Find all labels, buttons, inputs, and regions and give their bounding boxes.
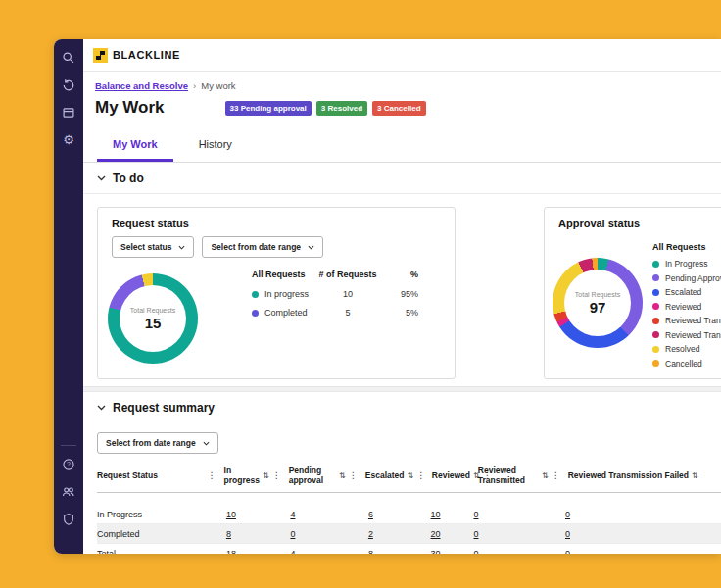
column-label: Escalated xyxy=(365,470,405,480)
cell-link[interactable]: 0 xyxy=(565,510,570,519)
legend-item-in-progress: In Progress xyxy=(652,259,721,269)
column-header-reviewed[interactable]: Reviewed ⇅ ⋮ xyxy=(432,466,478,485)
reviewed-transmitted-dot xyxy=(652,318,659,324)
main-content: BLACKLINE Balance and Resolve › My work … xyxy=(83,39,721,554)
sort-icon[interactable]: ⇅ xyxy=(339,471,346,480)
todo-cards-area: Request status Select status Select from… xyxy=(83,194,721,386)
row-label: In Progress xyxy=(97,510,226,519)
donut-center-value: 15 xyxy=(145,315,162,331)
todo-section-header[interactable]: To do xyxy=(83,163,721,194)
in-progress-dot xyxy=(252,291,259,298)
help-icon[interactable]: ? xyxy=(62,458,75,471)
column-menu-icon[interactable]: ⋮ xyxy=(272,470,281,480)
column-label: Pending approval xyxy=(289,466,336,485)
legend-item-reviewed-transmitted: Reviewed Transmitted xyxy=(652,316,721,325)
chevron-down-icon xyxy=(97,405,106,411)
tab-history[interactable]: History xyxy=(183,130,248,162)
escalated-dot xyxy=(652,289,659,296)
column-menu-icon[interactable]: ⋮ xyxy=(416,470,425,480)
sort-icon[interactable]: ⇅ xyxy=(408,471,414,480)
summary-date-range-dropdown[interactable]: Select from date range xyxy=(97,432,218,454)
legend-item-reviewed: Reviewed xyxy=(652,302,721,312)
cell-link[interactable]: 0 xyxy=(565,549,570,555)
column-label: Reviewed xyxy=(432,470,470,480)
status-badges: 33 Pending approval 3 Resolved 3 Cancell… xyxy=(225,101,426,116)
sort-icon[interactable]: ⇅ xyxy=(263,471,269,480)
search-icon[interactable] xyxy=(62,51,75,65)
tab-my-work[interactable]: My Work xyxy=(97,130,173,162)
cell-link[interactable]: 10 xyxy=(226,510,236,519)
legend-label: Reviewed Transmission Failed xyxy=(665,330,721,340)
request-status-legend: All Requests # of Requests % In progress… xyxy=(252,270,418,326)
legend-pct-value: 5% xyxy=(383,308,418,318)
approval-status-card: Approval status Total Requests 97 All Re… xyxy=(544,207,721,379)
svg-text:?: ? xyxy=(67,461,71,467)
cell-link[interactable]: 20 xyxy=(431,529,441,539)
shield-icon[interactable] xyxy=(62,513,75,526)
reviewed-transmission-failed-dot xyxy=(652,331,659,338)
legend-item-reviewed-transmission-failed: Reviewed Transmission Failed xyxy=(652,330,721,340)
community-icon[interactable] xyxy=(62,485,75,499)
column-menu-icon[interactable]: ⋮ xyxy=(552,470,560,480)
cancelled-dot xyxy=(652,360,659,367)
workspace-icon[interactable] xyxy=(62,106,75,120)
column-header-reviewed-transmitted[interactable]: Reviewed Transmitted ⇅ ⋮ xyxy=(478,466,568,485)
cell-link[interactable]: 10 xyxy=(431,510,441,519)
history-icon[interactable] xyxy=(62,78,75,92)
sort-icon[interactable]: ⇅ xyxy=(692,471,698,480)
legend-label: Resolved xyxy=(665,344,699,354)
breadcrumb-parent-link[interactable]: Balance and Resolve xyxy=(95,80,188,91)
approval-status-card-body: Total Requests 97 All Requests In Progre… xyxy=(545,229,721,372)
request-status-card-title: Request status xyxy=(98,208,455,229)
select-date-range-dropdown[interactable]: Select from date range xyxy=(202,236,323,258)
summary-row-completed: Completed 8 0 2 20 0 0 xyxy=(97,524,721,544)
cell-link[interactable]: 4 xyxy=(290,549,295,555)
cancelled-badge: 3 Cancelled xyxy=(372,101,425,116)
chevron-down-icon xyxy=(308,245,314,250)
cell-link[interactable]: 0 xyxy=(473,529,478,539)
blackline-logo[interactable]: BLACKLINE xyxy=(93,48,180,63)
todo-section-title: To do xyxy=(113,172,144,185)
legend-item-escalated: Escalated xyxy=(652,287,721,297)
legend-col-requests: # of Requests xyxy=(312,270,383,279)
chevron-down-icon xyxy=(178,245,185,250)
cell-link[interactable]: 2 xyxy=(368,529,373,539)
column-header-escalated[interactable]: Escalated ⇅ ⋮ xyxy=(365,466,432,485)
column-header-pending-approval[interactable]: Pending approval ⇅ ⋮ xyxy=(289,466,365,485)
select-date-range-label: Select from date range xyxy=(211,242,301,252)
blackline-logo-icon xyxy=(93,48,108,63)
cell-link[interactable]: 6 xyxy=(368,510,373,519)
left-nav-rail: ⚙ ? xyxy=(54,39,83,554)
summary-row-total: Total 18 4 8 30 0 0 xyxy=(97,544,721,554)
column-menu-icon[interactable]: ⋮ xyxy=(349,470,358,480)
approval-status-card-title: Approval status xyxy=(545,208,721,229)
legend-item-cancelled: Cancelled xyxy=(652,359,721,368)
donut-center: Total Requests 97 xyxy=(564,270,631,336)
cell-link[interactable]: 0 xyxy=(565,529,570,539)
select-status-dropdown[interactable]: Select status xyxy=(112,236,194,258)
column-header-request-status[interactable]: Request Status ⋮ xyxy=(97,466,224,485)
cell-link[interactable]: 8 xyxy=(226,529,231,539)
cell-link[interactable]: 4 xyxy=(290,510,295,519)
sort-icon[interactable]: ⇅ xyxy=(542,471,549,480)
cell-link[interactable]: 0 xyxy=(473,510,478,519)
legend-label: Reviewed Transmitted xyxy=(665,316,721,325)
column-label: Request Status xyxy=(97,470,158,480)
legend-row-in-progress: In progress 10 95% xyxy=(252,289,418,299)
column-header-reviewed-transmission-failed[interactable]: Reviewed Transmission Failed ⇅ xyxy=(568,466,721,485)
legend-requests-value: 10 xyxy=(312,289,383,299)
column-menu-icon[interactable]: ⋮ xyxy=(208,470,216,480)
column-header-in-progress[interactable]: In progress ⇅ ⋮ xyxy=(224,466,289,485)
breadcrumb: Balance and Resolve › My work xyxy=(83,72,721,91)
app-window: ⚙ ? BLACKLINE xyxy=(54,39,721,554)
legend-col-pct: % xyxy=(383,270,418,279)
donut-center: Total Requests 15 xyxy=(120,285,186,352)
cell-link[interactable]: 30 xyxy=(431,549,441,555)
legend-label: Pending Approval xyxy=(665,273,721,283)
cell-link[interactable]: 8 xyxy=(368,549,373,555)
cell-link[interactable]: 0 xyxy=(290,529,295,539)
settings-gear-icon[interactable]: ⚙ xyxy=(62,133,75,147)
request-summary-section-header[interactable]: Request summary xyxy=(83,392,721,422)
cell-link[interactable]: 0 xyxy=(473,549,478,555)
cell-link[interactable]: 18 xyxy=(226,549,236,555)
